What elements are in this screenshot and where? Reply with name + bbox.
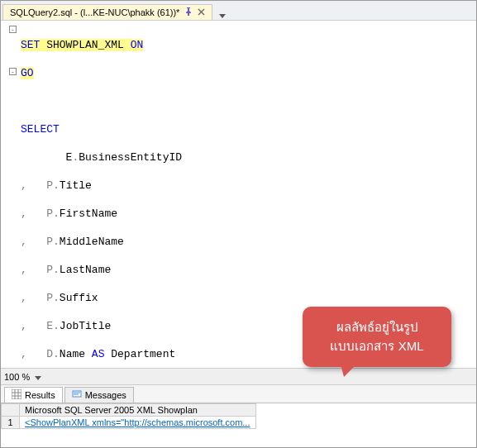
- grid-corner: [2, 404, 20, 417]
- code-token: AS: [85, 348, 104, 360]
- code-token: LastName: [60, 264, 111, 276]
- code-token: , E: [21, 320, 53, 332]
- document-tab[interactable]: SQLQuery2.sql - (l...KE-NUC\phakk (61))*: [2, 4, 212, 20]
- close-icon[interactable]: [198, 7, 205, 17]
- zoom-bar: 100 %: [1, 368, 476, 384]
- showplan-xml-link[interactable]: <ShowPlanXML xmlns="http://schemas.micro…: [25, 417, 250, 427]
- messages-icon: [72, 389, 82, 401]
- tab-title: SQLQuery2.sql - (l...KE-NUC\phakk (61))*: [10, 7, 179, 17]
- annotation-callout: ผลลัพธ์อยู่ในรูป แบบเอกสาร XML: [303, 307, 451, 367]
- zoom-value: 100 %: [4, 372, 30, 382]
- tab-messages-label: Messages: [85, 390, 126, 400]
- tab-messages[interactable]: Messages: [64, 387, 134, 403]
- code-token: , P: [21, 292, 53, 304]
- results-tab-strip: Results Messages: [1, 384, 476, 403]
- code-token: E: [21, 151, 72, 164]
- code-token: Suffix: [60, 292, 98, 304]
- callout-line: แบบเอกสาร XML: [312, 337, 441, 356]
- grid-icon: [12, 389, 21, 401]
- code-token: Name: [60, 348, 85, 360]
- svg-rect-0: [12, 389, 21, 399]
- code-token: , P: [21, 236, 53, 248]
- tab-overflow-icon[interactable]: [217, 10, 226, 20]
- code-token: GO: [21, 67, 34, 79]
- code-token: SELECT: [21, 123, 60, 136]
- code-token: SET: [21, 39, 40, 51]
- callout-line: ผลลัพธ์อยู่ในรูป: [312, 318, 441, 337]
- table-row[interactable]: 1 <ShowPlanXML xmlns="http://schemas.mic…: [2, 417, 256, 429]
- code-token: Title: [60, 179, 92, 192]
- code-token: JobTitle: [60, 320, 111, 332]
- code-token: , P: [21, 179, 53, 192]
- grid-header[interactable]: Microsoft SQL Server 2005 XML Showplan: [20, 404, 256, 417]
- tab-results[interactable]: Results: [4, 387, 63, 403]
- code-token: FirstName: [60, 207, 117, 220]
- code-token: SHOWPLAN_XML: [40, 39, 130, 51]
- code-token: MiddleName: [60, 236, 124, 248]
- results-grid: Microsoft SQL Server 2005 XML Showplan 1…: [1, 403, 476, 429]
- fold-toggle-icon[interactable]: -: [9, 26, 17, 33]
- pin-icon[interactable]: [184, 7, 193, 17]
- fold-toggle-icon[interactable]: -: [9, 68, 17, 75]
- grid-cell[interactable]: <ShowPlanXML xmlns="http://schemas.micro…: [20, 417, 256, 429]
- document-tab-strip: SQLQuery2.sql - (l...KE-NUC\phakk (61))*: [1, 1, 476, 21]
- grid-rownum: 1: [2, 417, 20, 429]
- code-token: BusinessEntityID: [79, 151, 182, 164]
- code-token: ON: [131, 39, 144, 51]
- code-token: , P: [21, 207, 53, 220]
- code-token: , P: [21, 264, 53, 276]
- zoom-dropdown-icon[interactable]: [33, 372, 41, 382]
- code-token: , D: [21, 348, 53, 360]
- tab-results-label: Results: [25, 390, 55, 400]
- code-token: Department: [104, 348, 175, 360]
- outline-gutter: - -: [1, 21, 19, 368]
